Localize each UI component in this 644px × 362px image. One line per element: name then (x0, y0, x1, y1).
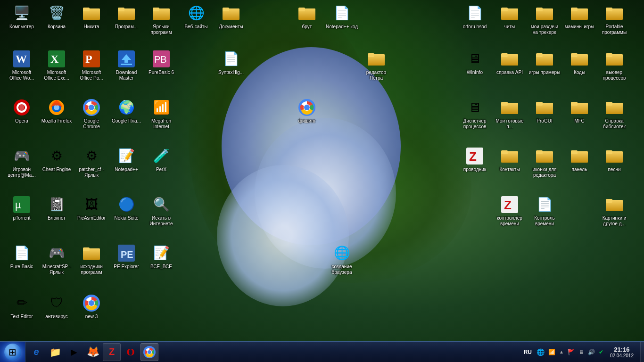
desktop-icon-chitat[interactable]: читы (493, 4, 527, 30)
desktop-icon-msoffice-po[interactable]: P Microsoft Office Po... (74, 49, 108, 82)
icon-label-igrovoy-centr: Игровой центр@Ма... (5, 166, 39, 179)
desktop-icon-bloknot[interactable]: 📓 Блокнот (40, 195, 74, 222)
desktop-icon-ikonki[interactable]: иконки для редактора (528, 147, 561, 179)
desktop-icon-antivirus[interactable]: 🛡 антивирус (40, 294, 74, 320)
icon-label-web-sites: Веб-сайты (183, 24, 208, 30)
desktop-icon-purebasic6[interactable]: PB PureBasic 6 (144, 49, 178, 76)
desktop-icon-msword[interactable]: W Microsoft Office Wo... (5, 49, 39, 82)
svg-rect-80 (606, 102, 612, 106)
desktop-icon-chrome[interactable]: Google Chrome (74, 98, 108, 130)
desktop-icon-minecraft[interactable]: 🎮 MinecraftSP - Ярлык (40, 244, 74, 276)
tray-check-icon[interactable]: ✔ (598, 348, 604, 356)
desktop-icon-pesni[interactable]: песни (597, 147, 631, 173)
desktop-icon-purebasic[interactable]: 📄 Pure Basic (5, 244, 39, 270)
desktop-icon-programm[interactable]: Програм... (109, 4, 143, 30)
desktop-icon-perx[interactable]: 🧪 PerX (144, 147, 178, 173)
desktop-icon-provodnik[interactable]: Z проводник (458, 147, 492, 173)
desktop-icon-computer[interactable]: 🖥️ Компьютер (5, 4, 39, 30)
tray-flag-icon[interactable]: 🚩 (567, 348, 576, 356)
desktop-icon-new3[interactable]: new 3 (74, 294, 108, 320)
desktop-icon-wininfo[interactable]: 🖥 WinInfo (458, 49, 492, 76)
desktop-icon-moi-gotovye[interactable]: Мои готовые п... (493, 98, 527, 130)
desktop-icon-pe-explorer[interactable]: PE PE Explorer (109, 244, 143, 270)
desktop-icon-kartinki[interactable]: Картинки и другое д... (597, 195, 631, 227)
desktop-icon-orforu[interactable]: 📄 orforu.hsod (458, 4, 492, 30)
icon-image-spravka-bibl (605, 98, 624, 117)
desktop-icon-iskat[interactable]: 🔍 Искать в Интернете (144, 195, 178, 227)
desktop-icon-web-sites[interactable]: 🌐 Веб-сайты (179, 4, 213, 30)
desktop-icon-msexcel[interactable]: X Microsoft Office Exc... (40, 49, 74, 82)
desktop-icon-igry-primery[interactable]: игры примеры (528, 49, 561, 76)
desktop-icon-redaktor-petra[interactable]: редактор Петра (359, 49, 393, 82)
desktop-icon-kontrol-vremeni[interactable]: 📄 Контроль времени (528, 195, 561, 227)
desktop-icon-nokia[interactable]: 🔵 Nokia Suite (109, 195, 143, 222)
tray-arrow-up[interactable]: ▲ (558, 348, 565, 355)
start-orb: ⊞ (4, 344, 21, 361)
desktop-icon-firefox[interactable]: Mozilla Firefox (40, 98, 74, 124)
desktop-icon-picasm[interactable]: 🖼 PicAsmEditor (74, 195, 108, 222)
icon-label-fishing: фишинг (297, 118, 317, 124)
desktop-icon-spravka-bibl[interactable]: Справка библиотек (597, 98, 631, 130)
desktop-icon-google-plane[interactable]: 🌍 Google Пла... (109, 98, 143, 124)
desktop-icon-notepadpp[interactable]: 📝 Notepad++ (109, 147, 143, 173)
tray-pc-icon[interactable]: 🖥 (578, 348, 585, 356)
start-button[interactable]: ⊞ (0, 342, 25, 362)
icon-image-programm (117, 4, 136, 23)
icon-label-msoffice-po: Microsoft Office Po... (74, 69, 108, 82)
desktop-icon-portable[interactable]: Portable программы (597, 4, 631, 36)
desktop-icon-kontakty[interactable]: Контакты (493, 147, 527, 173)
desktop-icon-shortcuts[interactable]: Ярлыки программ (144, 4, 178, 36)
svg-rect-94 (606, 150, 612, 154)
taskbar-firefox[interactable]: 🦊 (84, 343, 102, 361)
tray-volume-icon[interactable]: 🔊 (587, 348, 596, 356)
desktop-icon-brut[interactable]: брут (290, 4, 324, 30)
tray-signal-icon[interactable]: 📶 (547, 348, 556, 356)
desktop-icon-progui[interactable]: ProGUI (528, 98, 561, 124)
desktop-icon-fishing[interactable]: фишинг (290, 98, 324, 124)
desktop-icon-documents[interactable]: Документы (214, 4, 248, 30)
desktop-icon-syntaxhig[interactable]: 📄 SyntaxHig... (214, 49, 248, 76)
svg-rect-8 (153, 8, 159, 11)
desktop-icon-mfc[interactable]: MFC (562, 98, 596, 124)
desktop-icon-vse-vse[interactable]: 📝 ВСЁ_ВСЁ (144, 244, 178, 270)
taskbar-explorer[interactable]: 📁 (46, 343, 64, 361)
desktop-icon-razdachi[interactable]: мои раздачи на трекере (528, 4, 561, 36)
icon-label-programm: Програм... (114, 24, 139, 30)
desktop-icon-ishodniki[interactable]: исходники программ (74, 244, 108, 276)
desktop-icon-maminy-igry[interactable]: мамины игры (562, 4, 596, 30)
desktop-icon-text-editor[interactable]: ✏ Text Editor (5, 294, 39, 320)
desktop-icon-trash[interactable]: 🗑️ Корзина (40, 4, 74, 30)
taskbar-media[interactable]: ▶ (65, 343, 83, 361)
icon-image-igrovoy-centr: 🎮 (12, 147, 31, 165)
show-desktop-button[interactable] (640, 342, 644, 362)
desktop-icon-igrovoy-centr[interactable]: 🎮 Игровой центр@Ма... (5, 147, 39, 179)
icon-label-syntaxhig: SyntaxHig... (217, 69, 245, 76)
desktop-icon-notepadpp-code[interactable]: 📄 Notepad++ код (325, 4, 359, 30)
desktop-icon-panel[interactable]: панель (562, 147, 596, 173)
tray-clock[interactable]: 21:16 02.04.2012 (606, 346, 637, 358)
taskbar-ie[interactable]: e (27, 343, 45, 361)
desktop-icon-cheat-engine[interactable]: ⚙ Cheat Engine (40, 147, 74, 173)
desktop-icon-sozdanie-brauzera[interactable]: 🌐 создание браузера (325, 244, 359, 276)
icon-image-ishodniki (82, 244, 101, 263)
desktop-icon-utorrent[interactable]: µ μTorrent (5, 195, 39, 222)
svg-point-57 (19, 103, 24, 112)
desktop-icon-vyuver[interactable]: вьювер процессов (597, 49, 631, 82)
icon-image-igry-primery (535, 49, 554, 68)
desktop-icon-nikita[interactable]: Никита (74, 4, 108, 30)
tray-language[interactable]: RU (522, 349, 534, 355)
desktop-icon-spravka-api[interactable]: справка API (493, 49, 527, 76)
desktop-icon-megafon[interactable]: 📶 MegaFon Internet (144, 98, 178, 130)
svg-rect-2 (83, 8, 90, 11)
tray-network-icon[interactable]: 🌐 (536, 347, 545, 357)
taskbar-opera[interactable]: O (122, 343, 140, 361)
desktop-icon-opera[interactable]: Opera (5, 98, 39, 124)
desktop-icon-kontroller[interactable]: Z контроллёр времени (493, 195, 527, 227)
desktop-icon-patcher-cf[interactable]: ⚙ patcher_cf - Ярлык (74, 147, 108, 179)
desktop-icon-kody[interactable]: Коды (562, 49, 596, 76)
desktop-icon-download-master[interactable]: Download Master (109, 49, 143, 82)
taskbar-chrome[interactable] (140, 343, 158, 361)
icon-label-panel: панель (571, 166, 588, 173)
taskbar-zeal[interactable]: Z (103, 343, 121, 361)
desktop-icon-dispatcher[interactable]: 🖥 Диспетчер процессов (458, 98, 492, 130)
